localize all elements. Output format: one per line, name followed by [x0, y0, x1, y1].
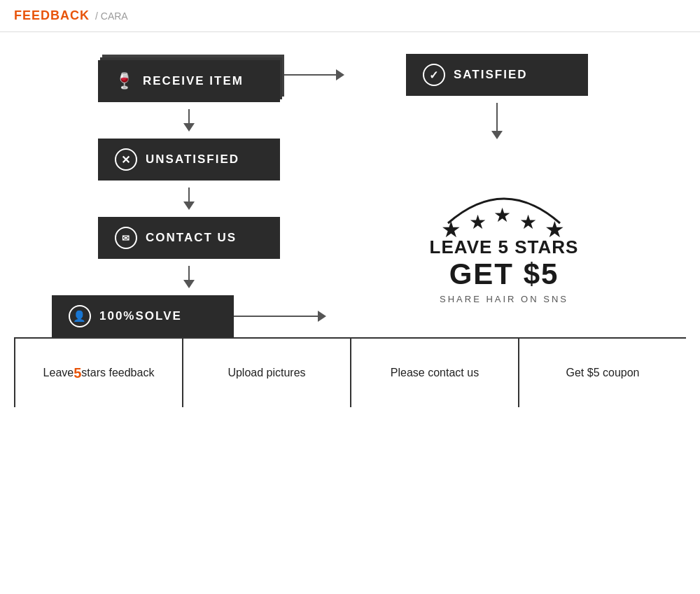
svg-text:★: ★	[441, 217, 461, 237]
flow-diagram: 🍷 RECEIVE ITEM ✕ UNSATISFIED ✉ CONTACT U…	[0, 32, 700, 337]
stars-graphic: ★ ★ ★ ★ ★	[427, 167, 581, 237]
svg-text:★: ★	[545, 217, 565, 237]
highlight-5: 5	[74, 365, 81, 381]
envelope-icon: ✉	[115, 227, 137, 249]
header-title: FEEDBACK	[14, 8, 90, 23]
svg-text:★: ★	[519, 211, 537, 233]
h-arrow-receive	[280, 69, 344, 80]
contact-us-box: ✉ CONTACT US	[98, 217, 280, 259]
arrow-down-1	[183, 109, 195, 132]
right-flow: ✓ SATISFIED ★ ★ ★ ★ ★	[322, 53, 672, 337]
check-circle-icon: ✓	[423, 64, 445, 86]
bottom-item-feedback: Leave 5 stars feedback	[14, 339, 183, 407]
arrow-down-3	[183, 266, 195, 288]
header-subtitle: / CARA	[95, 10, 128, 22]
satisfied-box: ✓ SATISFIED	[406, 54, 588, 96]
leave-5-stars-label: LEAVE 5 STARS	[430, 237, 579, 257]
share-hair-label: SHARE HAIR ON SNS	[440, 294, 568, 304]
goblet-icon: 🍷	[115, 70, 134, 92]
x-circle-icon: ✕	[115, 148, 137, 171]
receive-item-box: 🍷 RECEIVE ITEM	[98, 60, 280, 102]
h-arrow-solve	[234, 311, 326, 322]
get-reward-label: GET $5	[449, 257, 559, 291]
bottom-item-coupon: Get $5 coupon	[519, 339, 686, 407]
bottom-item-upload: Upload pictures	[183, 339, 351, 407]
stars-section: ★ ★ ★ ★ ★ LEAVE 5 STARS GET $5 SHARE HAI…	[427, 167, 581, 304]
left-flow: 🍷 RECEIVE ITEM ✕ UNSATISFIED ✉ CONTACT U…	[56, 53, 322, 337]
person-icon: 👤	[69, 305, 91, 327]
page-header: FEEDBACK / CARA	[0, 0, 700, 32]
bottom-bar: Leave 5 stars feedback Upload pictures P…	[14, 337, 686, 407]
arrow-down-satisfied	[491, 103, 503, 139]
arrow-down-2	[183, 188, 195, 210]
unsatisfied-box: ✕ UNSATISFIED	[98, 139, 280, 181]
svg-text:★: ★	[469, 211, 486, 233]
bottom-item-contact: Please contact us	[351, 339, 519, 407]
svg-text:★: ★	[493, 204, 511, 226]
solve-box: 👤 100%SOLVE	[52, 295, 234, 337]
